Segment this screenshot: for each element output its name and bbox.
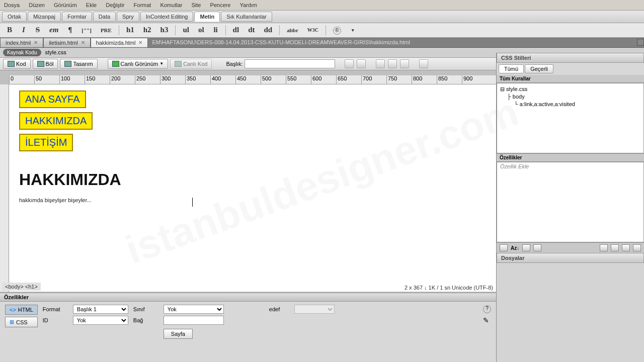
tasarim-button[interactable]: Tasarım <box>60 59 97 69</box>
abbr-button[interactable]: abbr <box>284 26 301 34</box>
tab-gecerli[interactable]: Geçerli <box>525 64 553 73</box>
separator <box>225 25 226 35</box>
pi-header[interactable]: Özellikler <box>0 293 496 302</box>
menu-format[interactable]: Format <box>134 2 151 8</box>
bag-input[interactable] <box>164 316 224 325</box>
copyright-icon: © <box>333 27 341 35</box>
bold-button[interactable]: B <box>4 25 15 35</box>
play-icon[interactable] <box>419 59 428 68</box>
h3-button[interactable]: h3 <box>157 25 172 35</box>
em-button[interactable]: em <box>46 25 61 35</box>
title-label: Başlık: <box>226 61 243 67</box>
source-code-button[interactable]: Kaynak Kodu <box>3 49 41 56</box>
tab-formlar[interactable]: Formlar <box>62 12 92 22</box>
italic-button[interactable]: I <box>18 25 29 35</box>
bol-button[interactable]: Böl <box>33 59 58 69</box>
menu-komutlar[interactable]: Komutlar <box>160 2 182 8</box>
tree-item[interactable]: └ a:link,a:active,a:visited <box>514 101 640 108</box>
html-mode-button[interactable]: <>HTML <box>5 305 38 315</box>
title-input[interactable] <box>245 59 335 68</box>
tab-mizanpaj[interactable]: Mizanpaj <box>28 12 61 22</box>
doc-tab-hakkimizda[interactable]: hakkimizda.html✕ <box>91 38 148 47</box>
dl-button[interactable]: dl <box>230 25 243 35</box>
dt-button[interactable]: dt <box>245 25 258 35</box>
az-sort-icon[interactable]: Az↓ <box>511 245 519 251</box>
strike-button[interactable]: S <box>32 25 43 35</box>
doc-tab-index[interactable]: index.html✕ <box>0 38 43 47</box>
pre-button[interactable]: PRE <box>98 26 115 34</box>
close-icon[interactable]: ✕ <box>138 40 142 45</box>
menu-gorunum[interactable]: Görünüm <box>54 2 77 8</box>
h1-button[interactable]: h1 <box>123 25 137 35</box>
blockquote-button[interactable]: [""] <box>78 26 95 34</box>
tab-incontext[interactable]: InContext Editing <box>140 12 194 22</box>
menu-dosya[interactable]: Dosya <box>4 2 20 8</box>
doc-tab-iletisim[interactable]: iletisim.html✕ <box>43 38 90 47</box>
separator <box>119 25 119 35</box>
ol-button[interactable]: ol <box>195 25 207 35</box>
nav-hakkimizda[interactable]: HAKKIMIZDA <box>19 112 93 130</box>
properties-body[interactable]: Özellik Ekle <box>497 162 644 242</box>
files-panel-header[interactable]: Dosyalar <box>497 253 644 263</box>
paragraph-button[interactable]: ¶ <box>64 25 75 35</box>
menu-site[interactable]: Site <box>191 2 201 8</box>
dropdown-arrow-icon[interactable]: ▾ <box>347 27 358 34</box>
link-icon[interactable] <box>600 244 608 251</box>
tab-metin[interactable]: Metin <box>194 12 220 22</box>
delete-icon[interactable] <box>633 244 641 251</box>
tab-tumu[interactable]: Tümü <box>499 64 524 73</box>
doc-icon[interactable] <box>637 39 644 46</box>
menu-ekle[interactable]: Ekle <box>86 2 97 8</box>
tab-sik[interactable]: Sık Kullanılanlar <box>221 12 272 22</box>
format-select[interactable]: Başlık 1 <box>73 305 128 314</box>
ul-button[interactable]: ul <box>180 25 192 35</box>
design-icon <box>64 61 71 67</box>
quick-edit-icon[interactable]: ✎ <box>483 316 491 324</box>
check-icon[interactable] <box>400 59 409 68</box>
tool-icon[interactable] <box>522 244 530 251</box>
id-select[interactable]: Yok <box>73 316 128 325</box>
li-button[interactable]: li <box>210 25 221 35</box>
tool-icon[interactable] <box>345 59 354 68</box>
nav-anasayfa[interactable]: ANA SAYFA <box>19 90 86 108</box>
tab-spry[interactable]: Spry <box>117 12 139 22</box>
options-icon[interactable] <box>388 59 397 68</box>
new-icon[interactable] <box>611 244 619 251</box>
css-rules-tree[interactable]: ⊟ style.css ├ body └ a:link,a:active,a:v… <box>497 83 644 153</box>
edit-icon[interactable] <box>622 244 630 251</box>
hedef-select[interactable] <box>294 305 335 314</box>
w3c-button[interactable]: W3C <box>304 26 321 34</box>
live-view-button[interactable]: Canlı Görünüm▼ <box>108 59 169 69</box>
menu-duzen[interactable]: Düzen <box>29 2 45 8</box>
separator <box>326 25 326 35</box>
kod-button[interactable]: Kod <box>3 59 31 69</box>
tab-data[interactable]: Data <box>93 12 116 22</box>
h2-button[interactable]: h2 <box>140 25 154 35</box>
tab-ortak[interactable]: Ortak <box>2 12 27 22</box>
id-label: ID <box>43 317 68 323</box>
css-panel-tabs: Tümü Geçerli <box>497 63 644 75</box>
help-icon[interactable]: ? <box>483 305 491 313</box>
dd-button[interactable]: dd <box>261 25 275 35</box>
menu-yardim[interactable]: Yardım <box>239 2 257 8</box>
tag-selector[interactable]: <body> <h1> <box>2 283 41 291</box>
tree-item[interactable]: ├ body <box>507 93 640 101</box>
refresh-icon[interactable] <box>376 59 385 68</box>
sinif-select[interactable]: Yok <box>164 305 224 314</box>
nav-iletisim[interactable]: İLETİŞİM <box>19 134 73 151</box>
close-icon[interactable]: ✕ <box>81 40 85 45</box>
tool-icon[interactable] <box>533 244 541 251</box>
tree-item[interactable]: ⊟ style.css <box>500 85 640 93</box>
css-mode-button[interactable]: ⊞CSS <box>5 317 38 327</box>
css-styles-header[interactable]: CSS Stilleri <box>497 53 644 63</box>
insert-bar: Ortak Mizanpaj Formlar Data Spry InConte… <box>0 11 644 23</box>
style-file-link[interactable]: style.css <box>45 49 66 55</box>
tool-icon[interactable] <box>500 244 508 251</box>
menu-pencere[interactable]: Pencere <box>210 2 230 8</box>
copyright-button[interactable]: © <box>330 25 344 36</box>
menu-degistir[interactable]: Değiştir <box>106 2 124 8</box>
page-properties-button[interactable]: Sayfa <box>164 329 193 339</box>
close-icon[interactable]: ✕ <box>34 40 38 45</box>
doc-tab-label: iletisim.html <box>49 40 77 46</box>
globe-icon[interactable] <box>357 59 366 68</box>
